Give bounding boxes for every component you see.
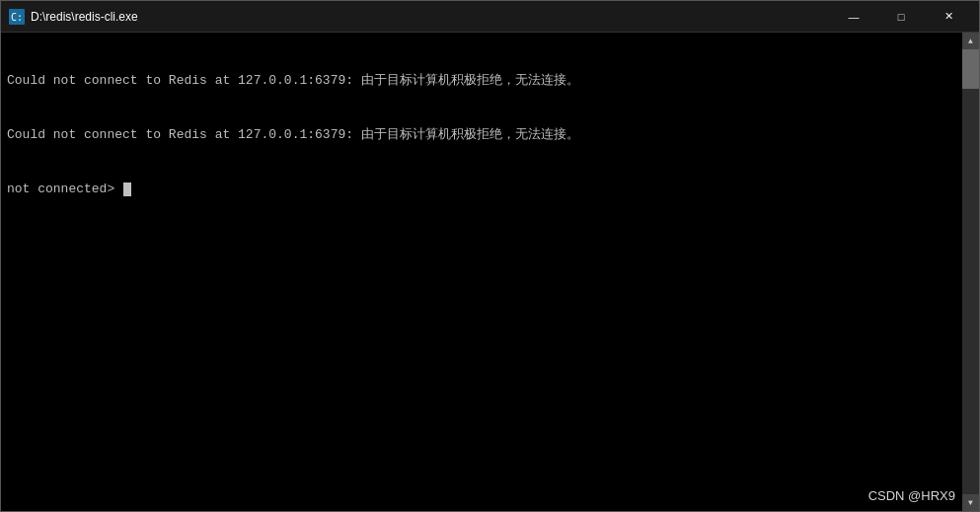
close-button[interactable]: ✕ <box>926 3 971 31</box>
scrollbar[interactable]: ▲ ▼ <box>962 33 979 511</box>
scrollbar-thumb[interactable] <box>962 49 979 89</box>
minimize-button[interactable]: — <box>831 3 876 31</box>
window-controls: — □ ✕ <box>831 3 971 31</box>
maximize-button[interactable]: □ <box>878 3 924 31</box>
window-title: D:\redis\redis-cli.exe <box>31 10 138 24</box>
scrollbar-down-button[interactable]: ▼ <box>962 494 979 511</box>
console-prompt-line: not connected> <box>7 181 973 198</box>
console-area[interactable]: Could not connect to Redis at 127.0.0.1:… <box>1 33 979 511</box>
title-bar: C: D:\redis\redis-cli.exe — □ ✕ <box>1 1 979 33</box>
terminal-icon: C: <box>9 9 25 25</box>
console-output: Could not connect to Redis at 127.0.0.1:… <box>7 37 973 234</box>
watermark: CSDN @HRX9 <box>868 488 955 503</box>
title-bar-left: C: D:\redis\redis-cli.exe <box>9 9 138 25</box>
console-line-2: Could not connect to Redis at 127.0.0.1:… <box>7 126 973 144</box>
svg-text:C:: C: <box>11 12 23 23</box>
console-line-1: Could not connect to Redis at 127.0.0.1:… <box>7 72 973 90</box>
cursor <box>123 183 131 196</box>
scrollbar-track[interactable] <box>962 49 979 494</box>
terminal-window: C: D:\redis\redis-cli.exe — □ ✕ Could no… <box>0 0 980 512</box>
scrollbar-up-button[interactable]: ▲ <box>962 33 979 49</box>
console-prompt: not connected> <box>7 181 122 198</box>
